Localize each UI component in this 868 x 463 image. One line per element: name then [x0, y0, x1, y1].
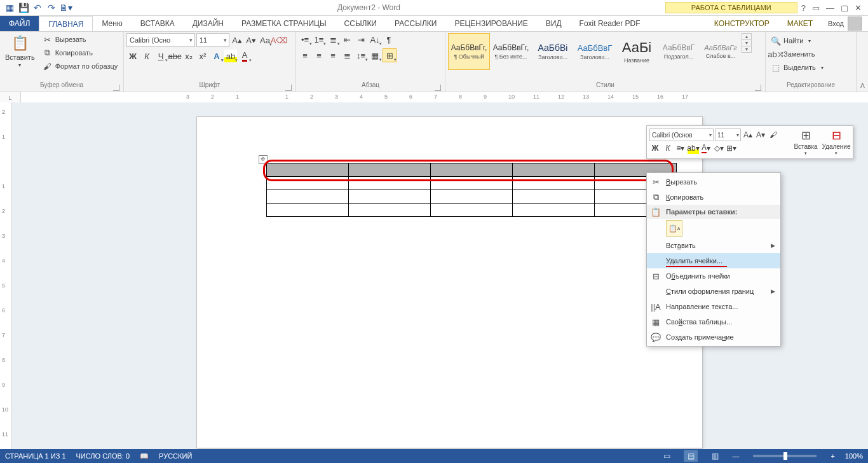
table-cell[interactable]: [513, 177, 595, 190]
tab-layout-table[interactable]: МАКЕТ: [778, 16, 822, 31]
view-print-icon[interactable]: ▤: [684, 450, 698, 462]
mini-grow-icon[interactable]: A▴: [742, 129, 754, 141]
mini-shrink-icon[interactable]: A▾: [755, 129, 766, 141]
text-effects-icon[interactable]: A: [210, 50, 223, 62]
shading-icon[interactable]: ▦: [369, 49, 381, 62]
bullets-icon[interactable]: •≡: [299, 33, 311, 46]
canvas[interactable]: ✥ Calibri (Основ 11 A▴ A▾ 🖌 Ж К ≡▾ ab▾ A…: [12, 102, 868, 449]
borders-icon[interactable]: ⊞: [383, 48, 397, 62]
tab-pagelayout[interactable]: РАЗМЕТКА СТРАНИЦЫ: [233, 16, 336, 31]
style-item[interactable]: АаБбВіЗаголово...: [532, 33, 574, 70]
view-web-icon[interactable]: ▥: [708, 450, 722, 462]
ctx-new-comment[interactable]: 💬Создать примечание: [647, 329, 780, 345]
save-icon[interactable]: 💾: [17, 1, 31, 15]
align-left-icon[interactable]: ≡: [299, 49, 311, 62]
numbering-icon[interactable]: 1≡: [313, 33, 325, 46]
mini-borders-icon[interactable]: ⊞▾: [726, 142, 737, 154]
tab-references[interactable]: ССЫЛКИ: [336, 16, 386, 31]
mini-bold-button[interactable]: Ж: [649, 142, 661, 154]
table-cell[interactable]: [267, 204, 349, 217]
mini-insert-button[interactable]: ⊞Вставка▾: [792, 128, 820, 156]
tab-view[interactable]: ВИД: [537, 16, 571, 31]
status-language[interactable]: РУССКИЙ: [159, 452, 192, 460]
table-cell[interactable]: [349, 163, 431, 177]
line-spacing-icon[interactable]: ↕≡: [355, 49, 367, 62]
multilevel-icon[interactable]: ≣: [327, 33, 339, 46]
zoom-slider[interactable]: [753, 455, 817, 457]
indent-icon[interactable]: ⇥: [355, 33, 367, 46]
tab-mailings[interactable]: РАССЫЛКИ: [386, 16, 445, 31]
mini-size-select[interactable]: 11: [715, 128, 741, 141]
document-table[interactable]: [266, 163, 677, 217]
style-item[interactable]: АаБбВвГгСлабое в...: [700, 33, 742, 70]
style-item[interactable]: АаБбВвГПодзагол...: [658, 33, 700, 70]
style-item[interactable]: АаБіНазвание: [616, 33, 658, 70]
table-cell[interactable]: [349, 190, 431, 204]
redo-icon[interactable]: ↷: [44, 1, 58, 15]
ctx-table-props[interactable]: ▦Свойства таблицы...: [647, 314, 780, 329]
mini-font-select[interactable]: Calibri (Основ: [649, 128, 714, 141]
sort-icon[interactable]: A↓: [369, 33, 381, 46]
mini-highlight-icon[interactable]: ab▾: [688, 142, 699, 154]
styles-scroll[interactable]: ▴▾▾: [742, 33, 752, 53]
table-cell[interactable]: [431, 204, 513, 217]
table-cell[interactable]: [431, 177, 513, 190]
tab-foxit[interactable]: Foxit Reader PDF: [571, 16, 649, 31]
table-row[interactable]: [267, 204, 677, 217]
subscript-button[interactable]: x₂: [182, 50, 195, 62]
ctx-merge-cells[interactable]: ⊟Объединить ячейки: [647, 268, 780, 284]
tab-review[interactable]: РЕЦЕНЗИРОВАНИЕ: [445, 16, 536, 31]
style-item[interactable]: АаБбВвГг,¶ Обычный: [448, 33, 490, 70]
grow-font-icon[interactable]: A▴: [231, 34, 243, 46]
view-read-icon[interactable]: ▭: [660, 450, 674, 462]
table-row[interactable]: [267, 163, 677, 177]
table-cell[interactable]: [513, 190, 595, 204]
align-center-icon[interactable]: ≡: [313, 49, 325, 62]
strike-button[interactable]: abc: [168, 50, 181, 62]
word-icon[interactable]: ▦: [3, 1, 17, 15]
paste-keep-text-icon[interactable]: 📋A: [666, 220, 682, 237]
status-spellcheck-icon[interactable]: 📖: [140, 452, 149, 460]
paste-button[interactable]: 📋 Вставить ▾: [3, 33, 37, 69]
justify-icon[interactable]: ≣: [341, 49, 353, 62]
undo-icon[interactable]: ↶: [31, 1, 44, 15]
style-item[interactable]: АаБбВвГг,¶ Без инте...: [490, 33, 532, 70]
table-row[interactable]: [267, 177, 677, 190]
outdent-icon[interactable]: ⇤: [341, 33, 353, 46]
status-page[interactable]: СТРАНИЦА 1 ИЗ 1: [5, 452, 66, 460]
table-cell[interactable]: [349, 204, 431, 217]
ctx-text-direction[interactable]: ||AНаправление текста...: [647, 299, 780, 314]
mini-shading-icon[interactable]: ◇▾: [713, 142, 724, 154]
ruler-vertical[interactable]: 2112345678910111213: [0, 102, 12, 449]
replace-button[interactable]: ab⤭Заменить: [768, 48, 826, 60]
collapse-ribbon-icon[interactable]: ᐱ: [857, 32, 868, 92]
style-item[interactable]: АаБбВвГЗаголово...: [574, 33, 616, 70]
bold-button[interactable]: Ж: [126, 50, 139, 62]
format-painter-button[interactable]: 🖌Формат по образцу: [40, 60, 121, 73]
mini-fontcolor-icon[interactable]: A▾: [700, 142, 712, 154]
ctx-copy[interactable]: ⧉Копировать: [647, 190, 780, 205]
table-cell[interactable]: [431, 190, 513, 204]
table-cell[interactable]: [431, 163, 513, 177]
close-icon[interactable]: ✕: [855, 3, 862, 13]
font-name-select[interactable]: Calibri (Осно: [126, 33, 195, 47]
ctx-delete-cells[interactable]: Удалить ячейки...: [647, 253, 780, 268]
superscript-button[interactable]: x²: [196, 50, 209, 62]
zoom-out-icon[interactable]: —: [732, 452, 739, 460]
mini-italic-button[interactable]: К: [662, 142, 674, 154]
font-size-select[interactable]: 11: [196, 33, 229, 47]
tab-constructor[interactable]: КОНСТРУКТОР: [705, 16, 778, 31]
ctx-insert[interactable]: Вставить▶: [647, 238, 780, 253]
mini-delete-button[interactable]: ⊟Удаление▾: [822, 128, 850, 156]
font-color-icon[interactable]: A: [238, 50, 251, 62]
italic-button[interactable]: К: [140, 50, 153, 62]
status-words[interactable]: ЧИСЛО СЛОВ: 0: [76, 452, 130, 460]
shrink-font-icon[interactable]: A▾: [245, 34, 257, 46]
tab-home[interactable]: ГЛАВНАЯ: [39, 16, 93, 31]
show-marks-icon[interactable]: ¶: [383, 33, 395, 46]
mini-align-icon[interactable]: ≡▾: [675, 142, 686, 154]
ctx-cut[interactable]: ✂Вырезать: [647, 174, 780, 190]
cut-button[interactable]: ✂Вырезать: [40, 33, 121, 46]
select-button[interactable]: ⬚Выделить▾: [768, 61, 826, 74]
ribbon-opts-icon[interactable]: ▭: [812, 3, 820, 13]
